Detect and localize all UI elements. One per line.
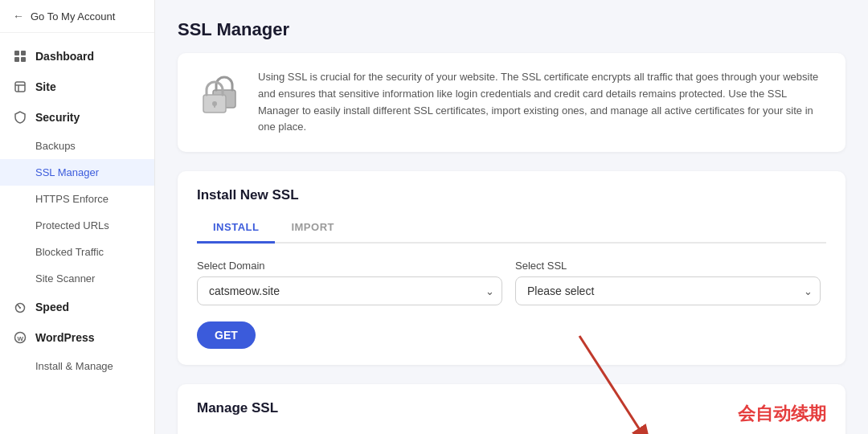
- sidebar-nav: Dashboard Site Security Ba: [0, 33, 154, 387]
- site-label: Site: [35, 80, 56, 93]
- install-section-title: Install New SSL: [197, 187, 826, 203]
- security-label: Security: [35, 111, 80, 124]
- wordpress-icon: W: [13, 330, 27, 345]
- tab-import[interactable]: IMPORT: [275, 215, 350, 244]
- svg-rect-3: [21, 57, 26, 62]
- svg-rect-14: [214, 104, 215, 108]
- col-expires: Expires on: [593, 431, 723, 434]
- sidebar-item-speed[interactable]: Speed: [0, 292, 154, 322]
- info-card: Using SSL is crucial for the security of…: [178, 53, 845, 152]
- sidebar-item-blocked-traffic[interactable]: Blocked Traffic: [0, 239, 154, 265]
- sidebar-item-protected-urls[interactable]: Protected URLs: [0, 212, 154, 239]
- manage-section-title: Manage SSL: [197, 400, 278, 416]
- select-domain-group: Select Domain catsmeow.site ⌄: [197, 260, 502, 305]
- security-icon: [13, 110, 27, 125]
- col-name: Name: [197, 431, 349, 434]
- ssl-table: Name Certificate Status Expires on Actio…: [197, 431, 826, 434]
- install-form-row: Select Domain catsmeow.site ⌄ Select SSL…: [197, 260, 826, 349]
- install-ssl-card: Install New SSL INSTALL IMPORT Select Do…: [178, 171, 845, 365]
- col-status: Status: [490, 431, 593, 434]
- svg-rect-4: [15, 82, 25, 92]
- back-link-label: Go To My Account: [31, 10, 115, 23]
- manage-header: Manage SSL 会自动续期: [197, 400, 826, 428]
- go-to-account-link[interactable]: ← Go To My Account: [0, 0, 154, 33]
- sidebar-item-site[interactable]: Site: [0, 72, 154, 102]
- sidebar-item-install-manage[interactable]: Install & Manage: [0, 353, 154, 379]
- svg-point-8: [19, 307, 21, 309]
- svg-text:W: W: [18, 335, 24, 342]
- blocked-traffic-label: Blocked Traffic: [35, 246, 104, 258]
- sidebar-item-site-scanner[interactable]: Site Scanner: [0, 265, 154, 292]
- ssl-manager-label: SSL Manager: [35, 166, 99, 178]
- select-ssl-input[interactable]: Please select: [515, 276, 821, 305]
- select-ssl-wrapper: Please select ⌄: [515, 276, 821, 305]
- wordpress-label: WordPress: [35, 331, 95, 344]
- install-manage-label: Install & Manage: [35, 360, 113, 372]
- select-domain-label: Select Domain: [197, 260, 502, 272]
- sidebar: ← Go To My Account Dashboard: [0, 0, 155, 434]
- sidebar-item-dashboard[interactable]: Dashboard: [0, 41, 154, 72]
- sidebar-item-wordpress[interactable]: W WordPress: [0, 322, 154, 353]
- speed-icon: [13, 300, 27, 314]
- select-domain-input[interactable]: catsmeow.site: [197, 276, 502, 305]
- back-arrow-icon: ←: [13, 10, 24, 23]
- https-enforce-label: HTTPS Enforce: [35, 193, 108, 205]
- dashboard-label: Dashboard: [35, 50, 94, 63]
- manage-ssl-card: Manage SSL 会自动续期 Name Certificate Status…: [178, 384, 845, 434]
- sidebar-item-security[interactable]: Security: [0, 102, 154, 133]
- page-title: SSL Manager: [178, 19, 845, 40]
- tab-install[interactable]: INSTALL: [197, 215, 275, 244]
- install-tabs: INSTALL IMPORT: [197, 215, 826, 244]
- col-certificate: Certificate: [349, 431, 490, 434]
- dashboard-icon: [13, 49, 27, 63]
- backups-label: Backups: [35, 140, 76, 152]
- get-button[interactable]: GET: [197, 321, 256, 349]
- main-content: SSL Manager Using SSL is crucial for the…: [155, 0, 868, 434]
- chinese-annotation: 会自动续期: [738, 402, 826, 426]
- svg-rect-1: [21, 51, 26, 55]
- site-scanner-label: Site Scanner: [35, 272, 95, 285]
- select-ssl-group: Select SSL Please select ⌄: [515, 260, 821, 305]
- info-card-text: Using SSL is crucial for the security of…: [258, 69, 826, 136]
- site-icon: [13, 80, 27, 94]
- select-domain-wrapper: catsmeow.site ⌄: [197, 276, 502, 305]
- sidebar-item-ssl-manager[interactable]: SSL Manager: [0, 159, 154, 186]
- table-header-row: Name Certificate Status Expires on Actio…: [197, 431, 826, 434]
- svg-rect-2: [14, 57, 19, 62]
- svg-rect-0: [14, 51, 19, 55]
- speed-label: Speed: [35, 301, 69, 313]
- ssl-lock-icon: [197, 72, 242, 129]
- sidebar-item-backups[interactable]: Backups: [0, 133, 154, 159]
- get-button-group: GET: [197, 318, 256, 349]
- protected-urls-label: Protected URLs: [35, 219, 109, 231]
- sidebar-item-https-enforce[interactable]: HTTPS Enforce: [0, 186, 154, 212]
- col-actions: Actions: [723, 431, 826, 434]
- select-ssl-label: Select SSL: [515, 260, 821, 272]
